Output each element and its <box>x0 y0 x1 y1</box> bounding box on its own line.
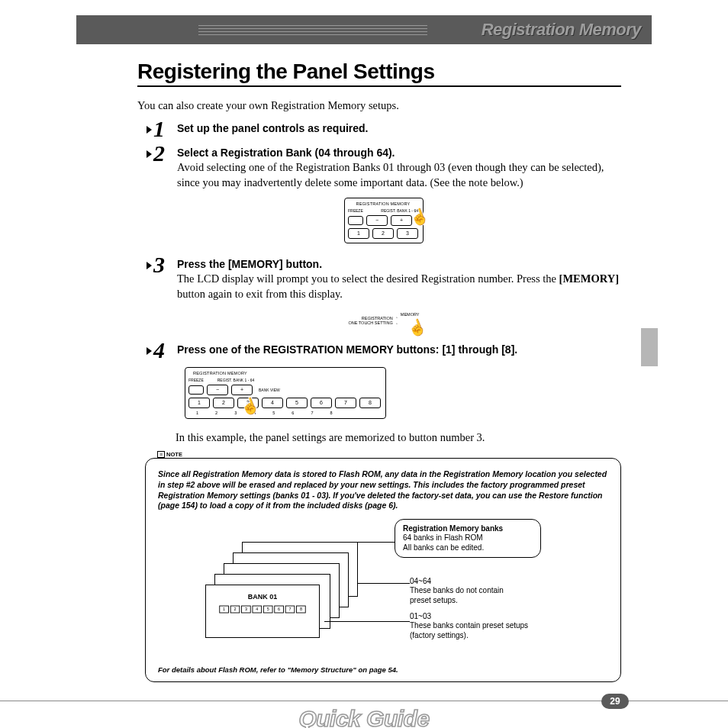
page-number-badge: 29 <box>601 694 629 709</box>
ots-label: ONE TOUCH SETTING <box>349 321 393 325</box>
diagram-step3: REGISTRATION ONE TOUCH SETTING ◦◦ MEMORY… <box>147 309 621 329</box>
note-box: ≡ NOTE Since all Registration Memory dat… <box>145 458 621 682</box>
decorative-stripes <box>198 23 427 37</box>
bank-label: BANK 01 <box>211 593 314 601</box>
note-label: NOTE <box>166 451 182 458</box>
reg-button: 1 <box>348 228 369 239</box>
closing-text: In this example, the panel settings are … <box>176 431 621 444</box>
step-title: Select a Registration Bank (04 through 6… <box>177 147 621 159</box>
step-2: 2 Select a Registration Bank (04 through… <box>147 144 621 190</box>
diagram-step4: REGISTRATION MEMORY FREEZE REGIST. BANK … <box>185 367 621 419</box>
diagram-step2: REGISTRATION MEMORY FREEZE REGIST. BANK … <box>147 198 621 243</box>
bank-minus: − <box>366 215 388 226</box>
bank-minus: − <box>207 385 228 395</box>
reg-button: 4 <box>262 398 283 408</box>
note-footer: For details about Flash ROM, refer to "M… <box>158 665 608 674</box>
callout-01-03: 01~03 These banks contain preset setups … <box>410 612 532 641</box>
step-number: 4 <box>153 341 165 359</box>
panel-heading: REGISTRATION MEMORY <box>193 371 381 375</box>
freeze-label: FREEZE <box>348 208 363 213</box>
page-footer: 29 Quick Guide <box>0 701 728 728</box>
step-title: Press the [MEMORY] button. <box>177 258 621 270</box>
panel-heading: REGISTRATION MEMORY <box>348 201 418 206</box>
bank-plus: + <box>391 215 412 226</box>
section-heading: Registering the Panel Settings <box>137 60 621 87</box>
step-title: Press one of the REGISTRATION MEMORY but… <box>177 343 621 356</box>
chapter-title: Registration Memory <box>482 20 641 40</box>
side-thumb-tab <box>641 328 658 366</box>
step-number: 2 <box>153 144 165 163</box>
step-body: The LCD display will prompt you to selec… <box>177 272 621 301</box>
callout-04-64: 04~64 These banks do not contain preset … <box>410 577 524 606</box>
footer-brand: Quick Guide <box>0 706 728 728</box>
bankview-label: BANK VIEW <box>259 388 280 392</box>
chapter-header: Registration Memory <box>76 15 652 44</box>
reg-button: 3 <box>237 398 259 408</box>
callout-banks: Registration Memory banks 64 banks in Fl… <box>395 519 541 559</box>
step-number: 1 <box>153 120 165 138</box>
reg-button: 7 <box>335 398 356 408</box>
reg-button: 2 <box>372 228 394 239</box>
freeze-label: FREEZE <box>188 378 204 382</box>
reg-button: 5 <box>286 398 308 408</box>
memory-label: MEMORY <box>401 312 420 317</box>
reg-button: 6 <box>311 398 332 408</box>
reg-button: 2 <box>213 398 234 408</box>
reg-button: 3 <box>397 228 418 239</box>
step-4: 4 Press one of the REGISTRATION MEMORY b… <box>147 341 621 359</box>
memory-button <box>401 317 416 329</box>
note-diagram: BANK 01 1 2 3 4 5 6 7 8 R <box>181 519 608 656</box>
note-badge: ≡ NOTE <box>156 451 184 458</box>
note-icon: ≡ <box>157 451 165 458</box>
step-1: 1 Set up the panel controls as required. <box>147 120 621 138</box>
step-3: 3 Press the [MEMORY] button. The LCD dis… <box>147 256 621 301</box>
step-title: Set up the panel controls as required. <box>177 122 621 134</box>
reg-button: 1 <box>188 398 210 408</box>
intro-text: You can also create your own Registratio… <box>137 99 621 112</box>
note-main-text: Since all Registration Memory data is st… <box>158 469 608 511</box>
step-number: 3 <box>153 256 165 274</box>
step-body: Avoid selecting one of the Registration … <box>177 160 621 190</box>
freeze-button <box>348 216 363 225</box>
bank-plus: + <box>231 385 253 395</box>
bank-label: REGIST. BANK 1 - 64 <box>217 378 255 382</box>
bank-label: REGIST. BANK 1 - 64 <box>381 208 418 213</box>
freeze-button <box>188 385 204 395</box>
reg-button: 8 <box>359 398 381 408</box>
